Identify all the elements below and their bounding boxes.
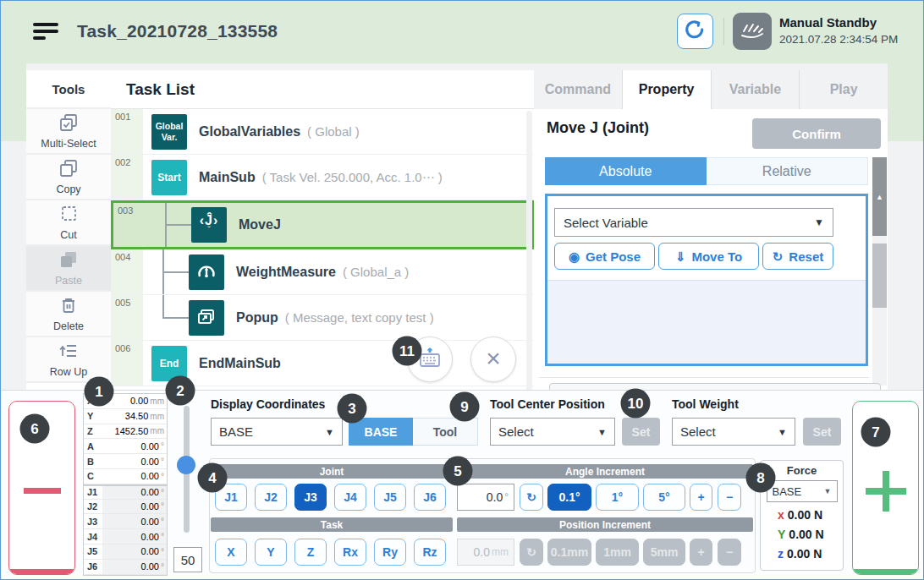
teach-pendant-screen: Task_20210728_133558 Manual Standby 2021… <box>0 0 924 580</box>
force-axis: z <box>778 547 784 561</box>
row-number: 002 <box>115 157 130 167</box>
frame-toggle-tool[interactable]: Tool <box>413 418 478 446</box>
increment-preset-1-[interactable]: 1° <box>596 484 639 511</box>
speed-slider-thumb[interactable] <box>177 456 195 474</box>
tool-delete[interactable]: Delete <box>26 292 111 337</box>
confirm-button[interactable]: Confirm <box>752 118 881 149</box>
task-row-movej[interactable]: 003‹Ĵ›ˇMoveJ <box>111 200 534 249</box>
reset-button[interactable]: ↻Reset <box>762 243 833 270</box>
mode-tab-absolute[interactable]: Absolute <box>545 157 707 185</box>
tab-property[interactable]: Property <box>623 70 712 109</box>
increment-preset-5-[interactable]: 5° <box>643 484 685 511</box>
badge-text: End <box>160 358 179 369</box>
command-note: ( Task Vel. 250.000, Acc. 1.0⋯ ) <box>262 170 443 184</box>
menu-icon[interactable] <box>33 23 58 41</box>
jog-axis-rz[interactable]: Rz <box>414 539 446 566</box>
jog-axis-j4[interactable]: J4 <box>334 484 366 511</box>
tab-variable[interactable]: Variable <box>712 70 800 109</box>
global-var-icon: GlobalVar. <box>151 114 187 150</box>
jog-axis-j3[interactable]: J3 <box>294 484 327 511</box>
display-coordinates-select[interactable]: BASE ▼ <box>211 418 343 446</box>
scroll-up-button[interactable]: ▲ <box>872 157 887 236</box>
pose-value: 1452.50 <box>115 426 149 436</box>
task-row-globalvariables[interactable]: 001GlobalVar.GlobalVariables( Global ) <box>111 109 534 155</box>
jog-axis-j2[interactable]: J2 <box>255 484 287 511</box>
variable-select[interactable]: Select Variable ▼ <box>554 208 833 237</box>
pose-row-j3: J30.00° <box>84 514 167 529</box>
jog-axis-x[interactable]: X <box>215 539 247 566</box>
chevron-down-icon: ▼ <box>325 427 334 437</box>
force-frame-select[interactable]: BASE ▼ <box>767 480 838 502</box>
reset-increment-button[interactable]: ↻ <box>520 484 543 511</box>
increment-preset-5mm: 5mm <box>643 539 685 566</box>
tools-sidebar: Tools Multi-SelectCopyCutPasteDeleteRow … <box>26 70 111 391</box>
movej-icon: ‹Ĵ›ˇ <box>191 207 227 243</box>
tab-command[interactable]: Command <box>534 70 623 109</box>
command-name-text: Popup <box>236 310 278 325</box>
variable-select-value: Select Variable <box>564 216 648 230</box>
jog-panel-angle-increment-input[interactable]: 0.0° <box>457 484 514 511</box>
pose-value: 0.00 <box>141 561 159 572</box>
tool-multi-select[interactable]: Multi-Select <box>26 109 111 155</box>
pose-row-z: Z1452.50mm <box>84 424 167 440</box>
command-name: MainSub( Task Vel. 250.000, Acc. 1.0⋯ ) <box>199 170 443 185</box>
copy-icon <box>58 158 79 182</box>
display-coordinates-value: BASE <box>219 424 253 439</box>
pose-axis-label: Z <box>84 426 102 436</box>
command-name-text: GlobalVariables <box>199 124 300 139</box>
jog-axis-j5[interactable]: J5 <box>374 484 406 511</box>
task-row-popup[interactable]: 005Popup( Message, text copy test ) <box>111 295 534 341</box>
command-heading: Move J (Joint) <box>547 119 649 137</box>
jog-axis-ry[interactable]: Ry <box>374 539 406 566</box>
pose-unit: ° <box>161 441 164 451</box>
task-row-weightmeasure[interactable]: 004WeightMeasure( Global_a ) <box>111 249 534 295</box>
panel-scrollbar[interactable]: ▲ <box>872 157 887 386</box>
cockpit-button[interactable] <box>677 14 713 49</box>
pose-axis-label: J6 <box>84 561 102 572</box>
tool-cut[interactable]: Cut <box>26 200 111 246</box>
chevron-down-icon: ▼ <box>824 487 832 495</box>
scrollbar-thumb[interactable] <box>872 243 887 308</box>
close-jog-button[interactable]: × <box>470 337 516 382</box>
start-icon: Start <box>151 160 187 195</box>
move-to-icon: ⇓ <box>675 250 686 263</box>
tool-weight-select[interactable]: Select ▼ <box>672 418 795 446</box>
tcp-select-value: Select <box>498 424 534 439</box>
increment-minus-button: − <box>718 539 741 566</box>
pose-value-cell: 0.00° <box>102 560 167 574</box>
jog-axis-rx[interactable]: Rx <box>334 539 366 566</box>
increment-plus-button[interactable]: + <box>690 484 712 511</box>
increment-minus-button[interactable]: − <box>718 484 741 511</box>
tab-play[interactable]: Play <box>800 70 888 109</box>
tool-label: Delete <box>53 320 84 332</box>
pose-unit: mm <box>150 412 164 421</box>
joint-section-header: Joint <box>211 464 453 479</box>
mode-tab-relative[interactable]: Relative <box>707 157 869 185</box>
force-row-y: Y0.00 N <box>778 528 843 541</box>
reset-increment-button: ↻ <box>520 539 543 566</box>
tool-weight-set-button[interactable]: Set <box>803 418 841 446</box>
movej-caret: ˇ <box>207 227 211 234</box>
jog-axis-j6[interactable]: J6 <box>414 484 446 511</box>
header-divider <box>723 18 724 45</box>
pose-value: 0.00 <box>141 517 159 527</box>
tool-paste: Paste <box>26 246 111 292</box>
tcp-set-button[interactable]: Set <box>622 418 660 446</box>
tcp-select[interactable]: Select ▼ <box>490 418 615 446</box>
tree-connector <box>162 271 189 273</box>
jog-axis-z[interactable]: Z <box>294 539 327 566</box>
move-to-button[interactable]: ⇓Move To <box>658 243 759 270</box>
task-row-mainsub[interactable]: 002StartMainSub( Task Vel. 250.000, Acc.… <box>111 155 534 200</box>
frame-toggle-base[interactable]: BASE <box>349 418 413 446</box>
jog-axis-y[interactable]: Y <box>255 539 287 566</box>
row-number: 001 <box>115 112 130 122</box>
tool-copy[interactable]: Copy <box>26 155 111 200</box>
increment-preset-0-1-[interactable]: 0.1° <box>547 484 591 511</box>
pose-value-cell: 0.00° <box>102 500 167 514</box>
manual-mode-button[interactable] <box>733 13 772 50</box>
pose-value: 0.00 <box>141 532 159 542</box>
get-pose-button[interactable]: ◉Get Pose <box>554 243 655 270</box>
pose-value-cell: 34.50mm <box>102 409 167 424</box>
close-icon: × <box>486 346 501 371</box>
pose-unit: mm <box>150 426 164 435</box>
